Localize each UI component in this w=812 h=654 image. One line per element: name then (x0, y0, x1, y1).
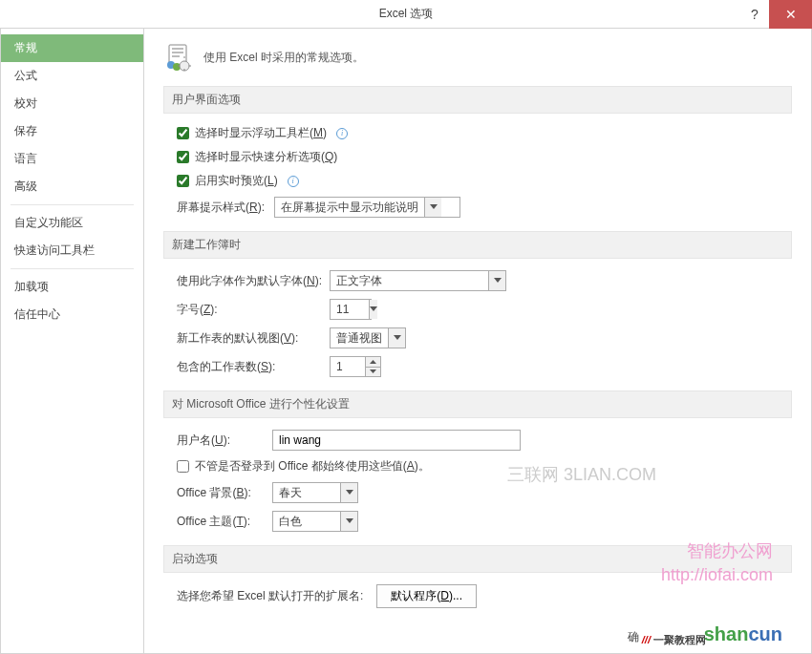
spinner-sheet-count[interactable]: 1 (330, 356, 381, 377)
chevron-down-icon[interactable] (369, 300, 377, 319)
chevron-down-icon[interactable] (340, 483, 357, 502)
combo-default-view-value: 普通视图 (331, 328, 388, 348)
chevron-down-icon[interactable] (424, 198, 441, 217)
label-default-font: 使用此字体作为默认字体(N): (177, 273, 330, 289)
sidebar-separator (11, 204, 134, 205)
combo-font-size-value: 11 (331, 300, 369, 319)
chevron-down-icon[interactable] (488, 271, 505, 290)
sidebar-item-quick-access[interactable]: 快速访问工具栏 (1, 237, 143, 264)
help-button[interactable]: ? (740, 0, 769, 29)
checkbox-live-preview[interactable] (177, 175, 189, 187)
label-quick-analysis: 选择时显示快速分析选项(Q) (195, 149, 337, 165)
sidebar-item-trust-center[interactable]: 信任中心 (1, 301, 143, 328)
row-default-programs: 选择您希望 Excel 默认打开的扩展名: 默认程序(D)... (163, 584, 792, 608)
close-button[interactable]: ✕ (769, 0, 812, 29)
sidebar-item-language[interactable]: 语言 (1, 145, 143, 173)
page-header: 使用 Excel 时采用的常规选项。 (163, 42, 792, 73)
page-subtitle: 使用 Excel 时采用的常规选项。 (203, 50, 364, 66)
checkbox-mini-toolbar[interactable] (177, 127, 189, 139)
row-default-font: 使用此字体作为默认字体(N): 正文字体 (163, 270, 792, 291)
combo-font-size[interactable]: 11 (330, 299, 372, 320)
checkbox-quick-analysis[interactable] (177, 151, 189, 163)
options-icon (163, 42, 194, 73)
label-screentip: 屏幕提示样式(R): (177, 200, 265, 216)
row-default-view: 新工作表的默认视图(V): 普通视图 (163, 327, 792, 348)
sidebar-item-save[interactable]: 保存 (1, 117, 143, 145)
sidebar-item-general[interactable]: 常规 (1, 34, 143, 62)
content-pane: 使用 Excel 时采用的常规选项。 用户界面选项 选择时显示浮动工具栏(M) … (144, 29, 811, 653)
spinner-down-icon[interactable] (366, 368, 380, 377)
combo-default-font-value: 正文字体 (331, 271, 488, 290)
svg-rect-3 (172, 55, 180, 57)
combo-office-theme[interactable]: 白色 (272, 511, 358, 532)
info-icon[interactable]: i (336, 128, 348, 139)
section-personalize: 对 Microsoft Office 进行个性化设置 (163, 390, 792, 418)
row-username: 用户名(U): (163, 430, 792, 451)
combo-screentip-value: 在屏幕提示中显示功能说明 (275, 198, 424, 217)
ok-button-partial[interactable]: 确 (628, 629, 639, 645)
section-ui-options: 用户界面选项 (163, 86, 792, 114)
titlebar-controls: ? ✕ (740, 0, 812, 28)
row-live-preview: 启用实时预览(L) i (163, 173, 792, 189)
sidebar-item-customize-ribbon[interactable]: 自定义功能区 (1, 209, 143, 237)
label-username: 用户名(U): (177, 432, 272, 449)
combo-office-theme-value: 白色 (273, 512, 340, 531)
spinner-sheet-count-value: 1 (331, 357, 365, 376)
chevron-down-icon[interactable] (340, 512, 357, 531)
row-office-theme: Office 主题(T): 白色 (163, 511, 792, 532)
info-icon[interactable]: i (288, 176, 299, 187)
checkbox-always-use[interactable] (177, 460, 189, 473)
combo-office-background[interactable]: 春天 (272, 482, 358, 503)
chevron-down-icon[interactable] (388, 328, 405, 348)
combo-screentip[interactable]: 在屏幕提示中显示功能说明 (274, 197, 460, 218)
titlebar: Excel 选项 ? ✕ (0, 0, 812, 29)
window-title: Excel 选项 (379, 6, 434, 22)
sidebar-item-proofing[interactable]: 校对 (1, 90, 143, 117)
sidebar: 常规 公式 校对 保存 语言 高级 自定义功能区 快速访问工具栏 加载项 信任中… (1, 29, 144, 653)
watermark-text: /// 一聚教程网 (642, 633, 706, 647)
row-always-use: 不管是否登录到 Office 都始终使用这些值(A)。 (163, 458, 792, 475)
row-mini-toolbar: 选择时显示浮动工具栏(M) i (163, 125, 792, 141)
spinner-up-icon[interactable] (366, 357, 380, 368)
row-quick-analysis: 选择时显示快速分析选项(Q) (163, 149, 792, 165)
label-default-view: 新工作表的默认视图(V): (177, 330, 330, 347)
watermark-text: shancun (704, 623, 782, 645)
label-office-background: Office 背景(B): (177, 485, 272, 501)
section-new-workbook: 新建工作簿时 (163, 231, 792, 259)
svg-rect-2 (172, 52, 183, 53)
section-startup: 启动选项 (163, 545, 792, 573)
row-font-size: 字号(Z): 11 (163, 299, 792, 320)
combo-default-view[interactable]: 普通视图 (330, 327, 406, 348)
sidebar-item-addins[interactable]: 加载项 (1, 273, 143, 301)
default-programs-button[interactable]: 默认程序(D)... (376, 584, 477, 608)
row-office-background: Office 背景(B): 春天 (163, 482, 792, 503)
label-default-programs: 选择您希望 Excel 默认打开的扩展名: (177, 588, 363, 604)
sidebar-item-advanced[interactable]: 高级 (1, 173, 143, 200)
label-always-use: 不管是否登录到 Office 都始终使用这些值(A)。 (195, 458, 430, 475)
combo-default-font[interactable]: 正文字体 (330, 270, 506, 291)
label-sheet-count: 包含的工作表数(S): (177, 359, 330, 375)
label-font-size: 字号(Z): (177, 302, 330, 318)
svg-rect-1 (172, 48, 183, 50)
label-live-preview: 启用实时预览(L) (195, 173, 278, 189)
row-screentip: 屏幕提示样式(R): 在屏幕提示中显示功能说明 (163, 197, 792, 218)
sidebar-item-formulas[interactable]: 公式 (1, 62, 143, 90)
combo-office-background-value: 春天 (273, 483, 340, 502)
label-mini-toolbar: 选择时显示浮动工具栏(M) (195, 125, 327, 141)
row-sheet-count: 包含的工作表数(S): 1 (163, 356, 792, 377)
dialog-body: 常规 公式 校对 保存 语言 高级 自定义功能区 快速访问工具栏 加载项 信任中… (0, 29, 812, 654)
sidebar-separator (11, 268, 134, 269)
input-username[interactable] (272, 430, 521, 451)
label-office-theme: Office 主题(T): (177, 514, 272, 530)
